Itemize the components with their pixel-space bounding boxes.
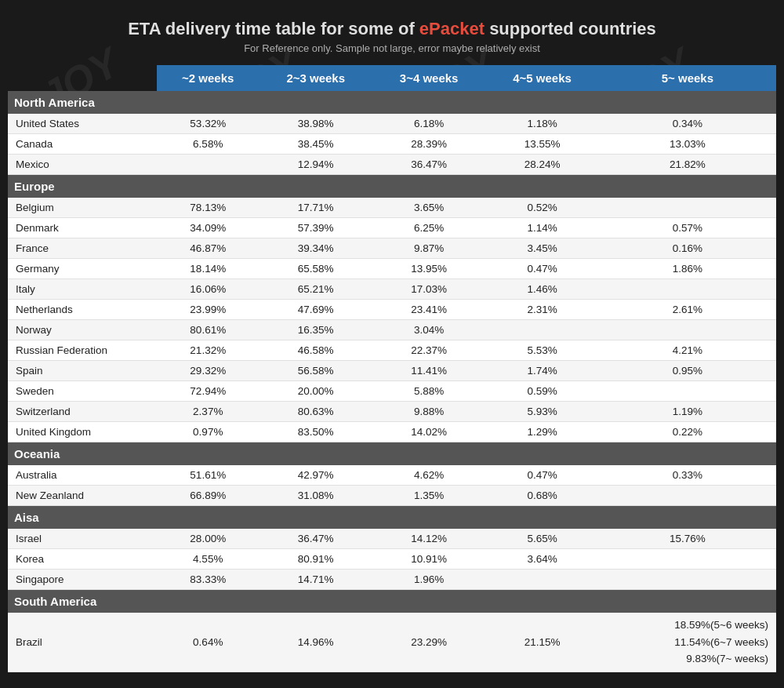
section-label: Aisa bbox=[8, 506, 776, 530]
data-cell: 21.32% bbox=[157, 340, 260, 361]
data-cell: 18.59%(5~6 weeks)11.54%(6~7 weeks)9.83%(… bbox=[599, 613, 776, 672]
country-name: Israel bbox=[8, 529, 157, 549]
data-cell: 53.32% bbox=[157, 114, 260, 134]
country-name: New Zeanland bbox=[8, 486, 157, 506]
data-cell: 0.22% bbox=[599, 422, 776, 442]
title-prefix: ETA delivery time table for some of bbox=[128, 19, 419, 38]
data-cell bbox=[599, 381, 776, 402]
data-cell: 16.06% bbox=[157, 279, 260, 300]
table-row: Belgium78.13%17.71%3.65%0.52% bbox=[8, 198, 776, 218]
data-cell: 6.18% bbox=[372, 114, 485, 134]
data-cell: 1.14% bbox=[485, 218, 598, 238]
title-section: ETA delivery time table for some of ePac… bbox=[8, 8, 776, 59]
data-cell bbox=[485, 570, 598, 590]
table-row: France46.87%39.34%9.87%3.45%0.16% bbox=[8, 238, 776, 259]
table-row: Spain29.32%56.58%11.41%1.74%0.95% bbox=[8, 361, 776, 381]
data-cell: 6.25% bbox=[372, 218, 485, 238]
data-cell: 1.29% bbox=[485, 422, 598, 442]
data-cell: 66.89% bbox=[157, 486, 260, 506]
title-suffix: supported countries bbox=[485, 19, 656, 38]
data-cell: 1.19% bbox=[599, 402, 776, 422]
data-cell: 6.58% bbox=[157, 134, 260, 155]
data-cell: 0.97% bbox=[157, 422, 260, 442]
data-cell: 29.32% bbox=[157, 361, 260, 381]
data-cell: 47.69% bbox=[260, 300, 372, 320]
country-name: United Kingdom bbox=[8, 422, 157, 442]
table-row: New Zeanland66.89%31.08%1.35%0.68% bbox=[8, 486, 776, 506]
data-cell: 13.95% bbox=[372, 259, 485, 279]
data-cell: 0.34% bbox=[599, 114, 776, 134]
table-row: Netherlands23.99%47.69%23.41%2.31%2.61% bbox=[8, 300, 776, 320]
col-header-45weeks: 4~5 weeks bbox=[485, 65, 598, 91]
section-label: South America bbox=[8, 590, 776, 613]
data-cell: 0.68% bbox=[485, 486, 598, 506]
data-cell: 9.88% bbox=[372, 402, 485, 422]
data-cell: 5.53% bbox=[485, 340, 598, 361]
data-cell: 80.61% bbox=[157, 320, 260, 340]
data-cell: 78.13% bbox=[157, 198, 260, 218]
country-name: Belgium bbox=[8, 198, 157, 218]
data-cell: 17.03% bbox=[372, 279, 485, 300]
data-cell: 4.21% bbox=[599, 340, 776, 361]
data-cell: 5.88% bbox=[372, 381, 485, 402]
country-name: Canada bbox=[8, 134, 157, 155]
data-cell: 1.18% bbox=[485, 114, 598, 134]
table-row: Singapore83.33%14.71%1.96% bbox=[8, 570, 776, 590]
country-name: Switzerland bbox=[8, 402, 157, 422]
data-cell: 14.12% bbox=[372, 529, 485, 549]
data-cell bbox=[157, 155, 260, 175]
data-cell: 1.86% bbox=[599, 259, 776, 279]
data-cell bbox=[599, 279, 776, 300]
data-cell: 57.39% bbox=[260, 218, 372, 238]
table-row: Korea4.55%80.91%10.91%3.64% bbox=[8, 549, 776, 570]
data-cell: 0.52% bbox=[485, 198, 598, 218]
table-row: Sweden72.94%20.00%5.88%0.59% bbox=[8, 381, 776, 402]
data-cell: 14.71% bbox=[260, 570, 372, 590]
section-label: North America bbox=[8, 91, 776, 114]
data-cell: 46.87% bbox=[157, 238, 260, 259]
table-row: Norway80.61%16.35%3.04% bbox=[8, 320, 776, 340]
data-cell: 1.96% bbox=[372, 570, 485, 590]
data-cell: 3.45% bbox=[485, 238, 598, 259]
data-cell: 4.62% bbox=[372, 465, 485, 486]
brand-name: ePacket bbox=[419, 19, 485, 38]
data-cell: 5.65% bbox=[485, 529, 598, 549]
data-cell: 0.64% bbox=[157, 613, 260, 672]
country-name: Germany bbox=[8, 259, 157, 279]
data-cell: 28.39% bbox=[372, 134, 485, 155]
col-header-5weeks: 5~ weeks bbox=[599, 65, 776, 91]
data-cell: 13.03% bbox=[599, 134, 776, 155]
data-cell: 2.37% bbox=[157, 402, 260, 422]
data-cell: 23.29% bbox=[372, 613, 485, 672]
country-name: Spain bbox=[8, 361, 157, 381]
table-row: United Kingdom0.97%83.50%14.02%1.29%0.22… bbox=[8, 422, 776, 442]
data-cell: 31.08% bbox=[260, 486, 372, 506]
country-name: Netherlands bbox=[8, 300, 157, 320]
data-cell: 28.00% bbox=[157, 529, 260, 549]
data-cell: 42.97% bbox=[260, 465, 372, 486]
data-cell: 1.74% bbox=[485, 361, 598, 381]
data-cell: 83.50% bbox=[260, 422, 372, 442]
table-row: Australia51.61%42.97%4.62%0.47%0.33% bbox=[8, 465, 776, 486]
data-cell: 4.55% bbox=[157, 549, 260, 570]
data-cell: 21.82% bbox=[599, 155, 776, 175]
data-cell: 1.46% bbox=[485, 279, 598, 300]
table-row: Mexico12.94%36.47%28.24%21.82% bbox=[8, 155, 776, 175]
data-cell: 0.47% bbox=[485, 259, 598, 279]
col-header-23weeks: 2~3 weeks bbox=[260, 65, 372, 91]
country-name: Singapore bbox=[8, 570, 157, 590]
data-cell: 2.31% bbox=[485, 300, 598, 320]
data-cell: 14.02% bbox=[372, 422, 485, 442]
data-cell: 0.47% bbox=[485, 465, 598, 486]
country-name: Denmark bbox=[8, 218, 157, 238]
data-cell: 16.35% bbox=[260, 320, 372, 340]
data-cell bbox=[599, 320, 776, 340]
data-cell: 0.57% bbox=[599, 218, 776, 238]
delivery-table: ~2 weeks 2~3 weeks 3~4 weeks 4~5 weeks 5… bbox=[8, 65, 776, 672]
section-label: Oceania bbox=[8, 442, 776, 466]
subtitle: For Reference only. Sample not large, er… bbox=[16, 42, 768, 54]
data-cell: 18.14% bbox=[157, 259, 260, 279]
table-row: Switzerland2.37%80.63%9.88%5.93%1.19% bbox=[8, 402, 776, 422]
data-cell: 28.24% bbox=[485, 155, 598, 175]
data-cell: 39.34% bbox=[260, 238, 372, 259]
